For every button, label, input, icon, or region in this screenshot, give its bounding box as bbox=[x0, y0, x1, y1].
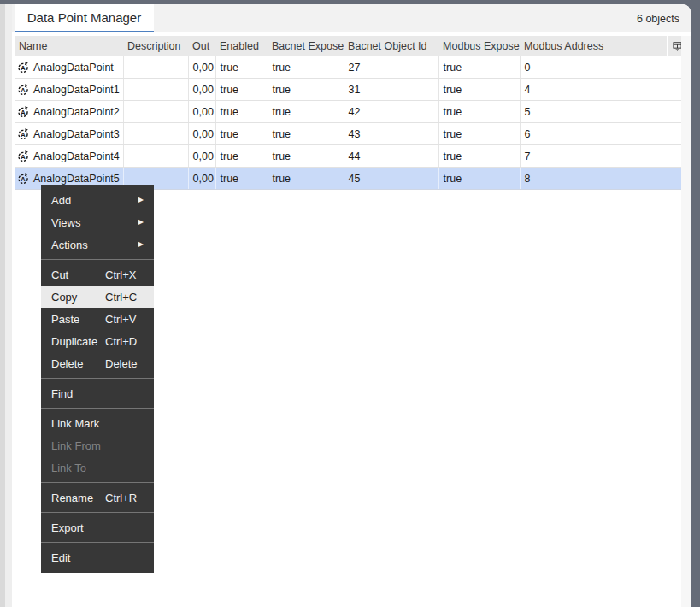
menu-item-duplicate[interactable]: DuplicateCtrl+D bbox=[41, 330, 154, 352]
cell-modbus-address: 7 bbox=[520, 145, 686, 168]
menu-item-views[interactable]: Views▶ bbox=[41, 211, 154, 233]
menu-item-label: Cut bbox=[51, 268, 105, 281]
svg-text:A: A bbox=[21, 153, 26, 161]
column-header-bacnet-object-id[interactable]: Bacnet Object Id bbox=[344, 36, 438, 56]
context-menu: Add▶Views▶Actions▶CutCtrl+XCopyCtrl+CPas… bbox=[41, 185, 154, 573]
table-row-analogdatapoint1[interactable]: AAnalogDataPoint10,00truetrue31true4 bbox=[15, 79, 686, 101]
cell-description bbox=[123, 123, 188, 145]
cell-bacnet-object-id: 45 bbox=[344, 168, 438, 190]
menu-item-find[interactable]: Find bbox=[41, 382, 154, 404]
cell-modbus-expose: true bbox=[438, 168, 520, 190]
cell-bacnet-object-id: 44 bbox=[344, 145, 438, 168]
menu-item-label: Export bbox=[51, 522, 105, 534]
menu-item-link-mark[interactable]: Link Mark bbox=[41, 412, 154, 434]
menu-separator bbox=[41, 408, 154, 409]
menu-item-label: Duplicate bbox=[51, 335, 105, 348]
cell-out: 0,00 bbox=[188, 79, 215, 101]
table-header-row: NameDescriptionOutEnabledBacnet ExposeBa… bbox=[15, 36, 686, 56]
menu-item-label: Copy bbox=[51, 291, 105, 304]
menu-item-copy[interactable]: CopyCtrl+C bbox=[41, 286, 154, 308]
analog-point-icon: A bbox=[17, 128, 29, 140]
menu-item-label: Link To bbox=[51, 462, 105, 474]
cell-name: AAnalogDataPoint4 bbox=[15, 145, 123, 168]
menu-item-delete[interactable]: DeleteDelete bbox=[41, 352, 154, 374]
cell-out: 0,00 bbox=[188, 123, 215, 145]
menu-item-add[interactable]: Add▶ bbox=[41, 189, 154, 211]
row-name-label: AnalogDataPoint4 bbox=[33, 150, 120, 162]
row-name-label: AnalogDataPoint2 bbox=[33, 106, 120, 118]
svg-text:A: A bbox=[21, 86, 26, 94]
analog-point-icon: A bbox=[17, 62, 29, 74]
menu-separator bbox=[41, 378, 154, 379]
cell-out: 0,00 bbox=[188, 168, 215, 190]
analog-point-icon: A bbox=[17, 106, 29, 118]
cell-name: AAnalogDataPoint2 bbox=[15, 101, 123, 123]
row-name-label: AnalogDataPoint3 bbox=[33, 128, 120, 140]
column-header-modbus-expose[interactable]: Modbus Expose bbox=[438, 36, 520, 56]
menu-item-actions[interactable]: Actions▶ bbox=[41, 233, 154, 256]
menu-item-shortcut: Delete bbox=[105, 357, 138, 370]
menu-item-label: Actions bbox=[51, 239, 105, 251]
window-frame-right bbox=[691, 0, 700, 607]
cell-enabled: true bbox=[215, 79, 268, 101]
cell-modbus-address: 5 bbox=[520, 101, 686, 123]
menu-item-edit[interactable]: Edit bbox=[41, 546, 154, 569]
menu-item-link-to: Link To bbox=[41, 457, 154, 479]
cell-modbus-expose: true bbox=[438, 101, 520, 123]
menu-item-cut[interactable]: CutCtrl+X bbox=[41, 263, 154, 286]
cell-bacnet-expose: true bbox=[268, 101, 344, 123]
cell-out: 0,00 bbox=[188, 145, 215, 168]
menu-separator bbox=[41, 482, 154, 483]
window-frame-left-gutter bbox=[5, 4, 12, 607]
menu-item-export[interactable]: Export bbox=[41, 516, 154, 539]
row-name-label: AnalogDataPoint bbox=[33, 62, 114, 74]
svg-text:A: A bbox=[21, 131, 26, 138]
cell-enabled: true bbox=[215, 56, 268, 79]
cell-modbus-address: 4 bbox=[520, 79, 686, 101]
column-header-name[interactable]: Name bbox=[15, 36, 123, 56]
analog-point-icon: A bbox=[17, 173, 29, 185]
object-count-label: 6 objects bbox=[637, 4, 679, 32]
menu-item-label: Link Mark bbox=[51, 417, 105, 430]
cell-bacnet-expose: true bbox=[268, 145, 344, 168]
column-header-bacnet-expose[interactable]: Bacnet Expose bbox=[268, 36, 344, 56]
cell-bacnet-object-id: 42 bbox=[344, 101, 438, 123]
table-row-analogdatapoint4[interactable]: AAnalogDataPoint40,00truetrue44true7 bbox=[15, 145, 686, 168]
submenu-arrow-icon: ▶ bbox=[138, 241, 144, 248]
column-header-modbus-address[interactable]: Modbus Address bbox=[520, 36, 668, 56]
svg-text:A: A bbox=[21, 64, 26, 72]
table-row-analogdatapoint3[interactable]: AAnalogDataPoint30,00truetrue43true6 bbox=[15, 123, 686, 145]
cell-bacnet-object-id: 31 bbox=[344, 79, 438, 101]
menu-item-paste[interactable]: PasteCtrl+V bbox=[41, 308, 154, 330]
menu-item-rename[interactable]: RenameCtrl+R bbox=[41, 486, 154, 509]
cell-name: AAnalogDataPoint bbox=[15, 56, 123, 79]
column-header-out[interactable]: Out bbox=[188, 36, 215, 56]
table-row-analogdatapoint[interactable]: AAnalogDataPoint0,00truetrue27true0 bbox=[15, 56, 686, 79]
cell-modbus-address: 6 bbox=[520, 123, 686, 145]
cell-description bbox=[123, 145, 188, 168]
cell-modbus-expose: true bbox=[438, 123, 520, 145]
column-header-enabled[interactable]: Enabled bbox=[215, 36, 268, 56]
analog-point-icon: A bbox=[17, 84, 29, 96]
column-header-description[interactable]: Description bbox=[123, 36, 188, 56]
svg-text:A: A bbox=[21, 175, 26, 183]
tab-data-point-manager[interactable]: Data Point Manager bbox=[15, 4, 154, 32]
cell-name: AAnalogDataPoint1 bbox=[15, 79, 123, 101]
table-row-analogdatapoint2[interactable]: AAnalogDataPoint20,00truetrue42true5 bbox=[15, 101, 686, 123]
menu-item-link-from: Link From bbox=[41, 434, 154, 457]
cell-bacnet-expose: true bbox=[268, 168, 344, 190]
cell-bacnet-expose: true bbox=[268, 123, 344, 145]
cell-modbus-address: 0 bbox=[520, 56, 686, 79]
submenu-arrow-icon: ▶ bbox=[138, 219, 144, 226]
cell-bacnet-object-id: 43 bbox=[344, 123, 438, 145]
cell-description bbox=[123, 79, 188, 101]
menu-separator bbox=[41, 512, 154, 513]
menu-item-label: Link From bbox=[51, 439, 105, 452]
cell-enabled: true bbox=[215, 145, 268, 168]
cell-modbus-address: 8 bbox=[520, 168, 686, 190]
analog-point-icon: A bbox=[17, 150, 29, 162]
scrollbar-track[interactable] bbox=[681, 36, 691, 607]
menu-item-label: Paste bbox=[51, 313, 105, 326]
menu-item-shortcut: Ctrl+V bbox=[105, 313, 136, 326]
cell-name: AAnalogDataPoint3 bbox=[15, 123, 123, 145]
